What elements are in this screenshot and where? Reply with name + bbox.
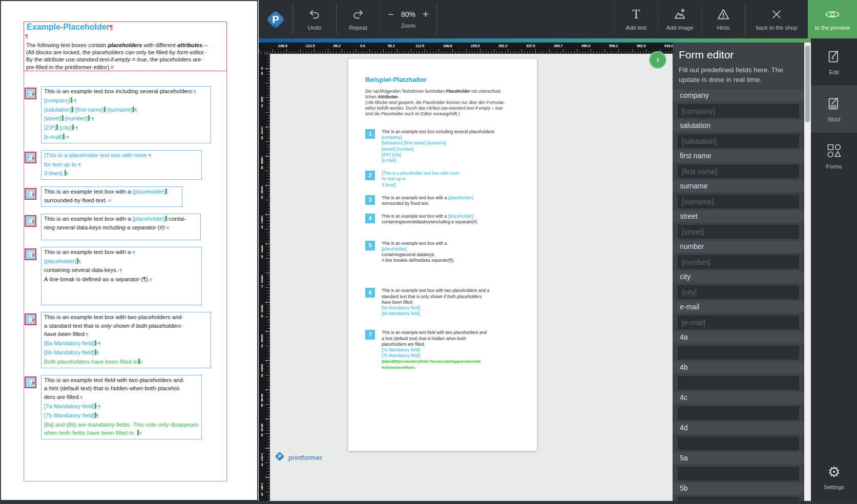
field-input-5b[interactable] bbox=[678, 497, 799, 501]
field-input-e-mail[interactable] bbox=[678, 316, 799, 329]
hash-mark: # bbox=[32, 154, 35, 163]
field-input-wrap bbox=[673, 343, 804, 362]
text-line: [This·is·a·placeholder·text·box·with·roo… bbox=[44, 151, 199, 160]
text-line: placeholders are filled. bbox=[382, 342, 532, 347]
form-panel-scrollbar[interactable] bbox=[804, 43, 811, 501]
text-frame-block[interactable]: 2#[This·is·a·placeholder·text·box·with·r… bbox=[25, 150, 227, 180]
sidebar-item-strict[interactable]: Strict bbox=[811, 86, 857, 133]
field-label-5b: 5b bbox=[673, 482, 804, 494]
text-frame-block[interactable]: 3#This·is·an·example·text·box·with·a·[pl… bbox=[25, 186, 227, 207]
field-label-city: city bbox=[673, 271, 804, 283]
pilcrow-mark: ¶ bbox=[25, 33, 28, 39]
field-input-4c[interactable] bbox=[678, 406, 799, 420]
ruler-tick-label: 675.0 bbox=[260, 423, 264, 436]
text-frame-block[interactable]: 1#This·is·an·example·text·box·including·… bbox=[25, 86, 227, 143]
block-number-badge: 6# bbox=[25, 313, 36, 325]
text-frame-block[interactable]: 6#This·is·an·example·text·box·with·two·p… bbox=[25, 312, 227, 368]
page-intro-paragraph: Die nachfolgenden Textrahmen beinhalten … bbox=[365, 89, 532, 117]
ruler-tick-label: 450.0 bbox=[581, 44, 591, 48]
field-input-surname[interactable] bbox=[678, 195, 799, 208]
to-the-preview-button[interactable]: to the preview bbox=[808, 0, 857, 38]
ruler-tick-label: 56.2 bbox=[260, 96, 264, 107]
text-line: Die nachfolgenden Textrahmen beinhalten … bbox=[365, 89, 532, 94]
text-frame-block[interactable]: 4#This·is·an·example·text·box·with·a·[pl… bbox=[25, 214, 227, 240]
text-line: [company]·¶ bbox=[44, 96, 208, 106]
ruler-tick-label: 787.5 bbox=[260, 482, 264, 495]
undo-button[interactable]: Undo bbox=[293, 0, 336, 38]
hash-mark: # bbox=[32, 379, 35, 388]
repeat-button[interactable]: Repeat bbox=[337, 0, 380, 38]
text-line: By·the·attribute·use-standard-text-if-em… bbox=[26, 56, 227, 63]
ruler-tick-label: 0.0 bbox=[260, 67, 264, 74]
form-field: salutation bbox=[673, 120, 804, 150]
doc-item: 7This is an example text field with two … bbox=[365, 330, 532, 370]
block-number-badge: 7# bbox=[25, 376, 36, 388]
field-input-salutation[interactable] bbox=[678, 134, 799, 148]
toolbar: P Undo Repeat − 80% + Zoom bbox=[259, 0, 857, 38]
field-label-surname: surname bbox=[673, 180, 804, 192]
add-image-button[interactable]: Add image bbox=[658, 0, 701, 38]
gear-icon: ⚙ bbox=[827, 465, 840, 480]
form-panel-collapse-button[interactable]: › bbox=[649, 51, 666, 69]
text-line: A·line·break·is·defined·as·a·separator·(… bbox=[44, 275, 199, 284]
printformer-logo-icon[interactable]: P bbox=[259, 0, 292, 38]
field-label-number: number bbox=[673, 241, 804, 253]
field-input-5a[interactable] bbox=[678, 467, 799, 480]
forms-icon bbox=[826, 143, 842, 159]
text-line: standard text that is only shown if both… bbox=[382, 294, 532, 300]
text-line: This is an example text box including se… bbox=[382, 129, 532, 135]
form-field: 4d bbox=[673, 422, 804, 452]
text-line: have been filled. bbox=[382, 300, 532, 305]
field-input-city[interactable] bbox=[678, 285, 799, 299]
field-input-4a[interactable] bbox=[678, 346, 799, 360]
add-text-button[interactable]: T Add text bbox=[615, 0, 658, 38]
field-input-wrap bbox=[673, 132, 804, 150]
item-number-badge: 4 bbox=[365, 214, 375, 223]
text-frame-block[interactable]: 5#This·is·an·example·text·box·with·a·¶[p… bbox=[25, 247, 227, 305]
sidebar-item-settings[interactable]: ⚙Settings bbox=[811, 454, 857, 501]
text-line: fieldshavebeenfilledin. bbox=[382, 365, 532, 370]
field-input-street[interactable] bbox=[678, 225, 799, 239]
field-label-e-mail: e-mail bbox=[673, 301, 804, 313]
ruler-tick-label: 281.3 bbox=[498, 44, 508, 48]
zoom-in-button[interactable]: + bbox=[423, 10, 429, 19]
ruler-tick-label: 506.2 bbox=[260, 334, 264, 347]
hints-button[interactable]: Hints bbox=[702, 0, 745, 38]
field-input-first-name[interactable] bbox=[678, 164, 799, 178]
ruler-tick-label: 112.5 bbox=[260, 126, 264, 139]
doc-item: 1This is an example text box including s… bbox=[365, 129, 532, 163]
scrollbar-thumb[interactable] bbox=[805, 46, 810, 122]
text-line: This is an example text field with two p… bbox=[382, 330, 532, 335]
ruler-tick-label: 337.5 bbox=[260, 245, 264, 258]
form-field: city bbox=[673, 271, 804, 301]
form-field: 4b bbox=[673, 362, 804, 392]
zoom-out-button[interactable]: − bbox=[388, 10, 394, 19]
field-input-company[interactable] bbox=[678, 104, 799, 118]
strict-icon bbox=[826, 96, 842, 112]
back-to-shop-button[interactable]: back to the shop bbox=[745, 0, 808, 38]
text-line: a hint (default text) that is hidden whe… bbox=[382, 336, 532, 342]
window-bottom-edge bbox=[0, 501, 857, 504]
sidebar-item-forms[interactable]: Forms bbox=[811, 133, 857, 180]
field-label-4c: 4c bbox=[673, 392, 804, 404]
printformer-brand: P printformer bbox=[274, 451, 322, 464]
field-input-4b[interactable] bbox=[678, 376, 799, 390]
text-frame-block[interactable]: 7#This·is·an·example·text·field·with·two… bbox=[25, 375, 227, 440]
form-field: 5a bbox=[673, 452, 804, 482]
text-frame: [This·is·a·placeholder·text·box·with·roo… bbox=[41, 150, 202, 180]
document-page[interactable]: Beispiel-Platzhalter Die nachfolgenden T… bbox=[348, 59, 537, 451]
field-input-wrap bbox=[673, 464, 804, 482]
field-input-wrap bbox=[673, 404, 804, 422]
form-field: 4c bbox=[673, 392, 804, 422]
sidebar-spacer bbox=[811, 180, 857, 454]
text-icon: T bbox=[632, 8, 640, 21]
sidebar-item-edit[interactable]: Edit bbox=[811, 38, 857, 86]
text-line: [7b·Mandatory·field]¶ bbox=[44, 411, 199, 421]
field-input-number[interactable] bbox=[678, 255, 799, 269]
vertical-ruler: 0.056.2112.5168.8225.0281.3337.5393.7450… bbox=[259, 54, 270, 501]
text-line: This·is·an·example·text·box·with·a·[plac… bbox=[44, 187, 179, 196]
text-line: have·been·filled.¶ bbox=[44, 330, 208, 339]
item-number-badge: 5 bbox=[365, 241, 375, 250]
text-line: [salutation] [first name] [surname] bbox=[382, 140, 532, 146]
field-input-4d[interactable] bbox=[678, 436, 799, 450]
